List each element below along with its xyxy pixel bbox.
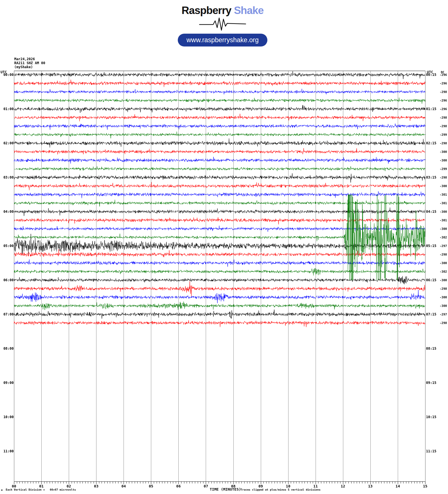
x-tick-label: 05 (147, 484, 155, 488)
left-time-label: 09:00 (1, 381, 14, 384)
right-time-label: 09:15 (426, 381, 436, 384)
dc-value: -299 (440, 167, 447, 171)
dc-value: -298 (440, 116, 447, 119)
dc-value: -298 (440, 125, 447, 128)
left-time-label: 01:00 (1, 107, 14, 111)
right-time-label: 05:15 (426, 244, 436, 248)
x-tick-label: 00 (10, 484, 18, 488)
dc-value: -302 (440, 270, 447, 273)
x-tick-label: 15 (421, 484, 429, 488)
x-tick-label: 13 (367, 484, 374, 488)
helicorder-canvas (0, 0, 448, 494)
dc-value: -300 (440, 296, 447, 299)
x-tick-label: 11 (312, 484, 319, 488)
dc-value: -298 (440, 253, 447, 256)
clip-note: Traces clipped at plus/minus 5 vertical … (241, 488, 320, 491)
right-time-label: 07:15 (426, 313, 436, 316)
x-tick-label: 04 (120, 484, 127, 488)
dc-value: -300 (440, 210, 447, 213)
left-time-label: 04:00 (1, 210, 14, 213)
chart-network: (myShake) (14, 65, 33, 69)
right-time-label: 01:15 (426, 107, 436, 111)
left-time-label: 06:00 (1, 278, 14, 282)
dc-value: -297 (440, 313, 447, 316)
x-tick-label: 02 (65, 484, 72, 488)
left-time-label: 03:00 (1, 176, 14, 179)
dc-value: -300 (440, 262, 447, 265)
left-time-label: 00:00 (1, 73, 14, 76)
right-time-label: 00:15 (426, 73, 436, 76)
dc-value: -296 (440, 99, 447, 102)
right-time-label: 03:15 (426, 176, 436, 179)
dc-value: -298 (440, 321, 447, 325)
dc-value: -299 (440, 133, 447, 136)
x-tick-label: 10 (284, 484, 292, 488)
x-tick-label: 14 (394, 484, 401, 488)
dc-value: -300 (440, 185, 447, 188)
micro-glyph: м (1, 489, 3, 491)
x-tick-label: 01 (38, 484, 45, 488)
dc-value: -301 (440, 219, 447, 222)
dc-value: -297 (440, 244, 447, 248)
x-tick-label: 07 (202, 484, 209, 488)
dc-value: -298 (440, 287, 447, 290)
left-time-label: 07:00 (1, 313, 14, 316)
x-tick-label: 03 (92, 484, 100, 488)
dc-value: -302 (440, 236, 447, 239)
left-time-label: 08:00 (1, 347, 14, 350)
dc-value: -296 (440, 73, 447, 76)
dc-value: -296 (440, 82, 447, 85)
left-time-label: 10:00 (1, 415, 14, 419)
right-time-label: 08:15 (426, 347, 436, 350)
dc-value: -300 (440, 279, 447, 282)
dc-value: -300 (440, 150, 447, 153)
dc-value: -298 (440, 90, 447, 94)
dc-value: -300 (440, 304, 447, 307)
right-time-label: 10:15 (426, 415, 436, 419)
dc-value: -300 (440, 227, 447, 230)
chart-station: RA211 SHZ AM 00 (14, 61, 45, 65)
x-tick-label: 12 (339, 484, 347, 488)
right-time-label: 02:15 (426, 141, 436, 145)
dc-value: -300 (440, 159, 447, 162)
left-time-label: 05:00 (1, 244, 14, 248)
dc-value: -298 (440, 176, 447, 179)
right-time-label: 04:15 (426, 210, 436, 213)
dc-value: -296 (440, 108, 447, 111)
scale-note: Each Vertical Division = 66+67 microvolt… (6, 488, 76, 491)
left-time-label: 02:00 (1, 141, 14, 145)
dc-value: -301 (440, 202, 447, 205)
right-time-label: 06:15 (426, 278, 436, 282)
x-tick-label: 06 (175, 484, 182, 488)
x-tick-label: 09 (257, 484, 265, 488)
chart-date: Mar24,2026 (14, 57, 35, 61)
x-tick-label: 08 (230, 484, 237, 488)
right-time-label: 11:15 (426, 450, 436, 453)
left-time-label: 11:00 (1, 450, 14, 453)
dc-value: -298 (440, 142, 447, 145)
dc-value: -301 (440, 193, 447, 196)
